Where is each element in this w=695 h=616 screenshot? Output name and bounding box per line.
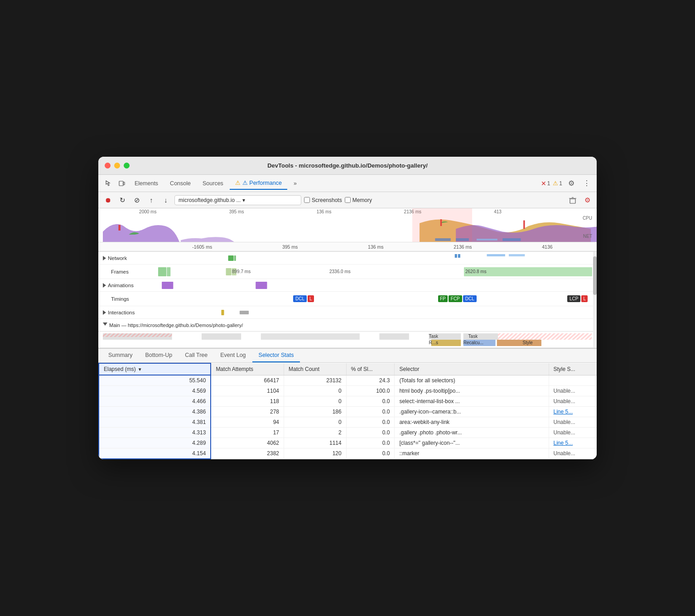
minimize-button[interactable] [114, 163, 120, 168]
pct-cell: 24.3 [346, 375, 395, 386]
tab-event-log[interactable]: Event Log [214, 349, 252, 362]
style-cell[interactable]: Line 5... [549, 407, 597, 417]
tab-bottom-up[interactable]: Bottom-Up [139, 349, 179, 362]
performance-tab-label: ⚠ Performance [242, 179, 282, 186]
svg-rect-18 [158, 267, 166, 276]
match-count-cell: 186 [284, 407, 346, 417]
screenshots-checkbox[interactable] [304, 197, 310, 203]
table-row: 4.466 118 0 0.0 select:-internal-list-bo… [99, 396, 597, 407]
tab-more[interactable]: » [288, 178, 302, 189]
svg-rect-1 [123, 182, 125, 185]
settings-gear-icon[interactable]: ⚙ [581, 194, 593, 206]
inspect-icon[interactable] [102, 177, 115, 190]
frame-time-3: 2620.8 ms [465, 269, 487, 274]
selector-cell: .gallery-icon--camera::b... [395, 407, 549, 417]
svg-rect-28 [202, 333, 241, 340]
url-dropdown-icon[interactable]: ▾ [242, 197, 245, 203]
pct-cell: 0.0 [346, 448, 395, 459]
elapsed-cell: 4.386 [99, 407, 211, 417]
dcl-badge-1: DCL [293, 295, 307, 302]
selector-cell: area:-webkit-any-link [395, 417, 549, 428]
style-cell: Unable... [549, 417, 597, 428]
main-row: Main — https://microsoftedge.github.io/D… [98, 319, 597, 332]
screenshots-toggle[interactable]: Screenshots [304, 197, 342, 203]
device-icon[interactable] [116, 177, 128, 190]
tab-selector-stats[interactable]: Selector Stats [252, 349, 300, 362]
selector-header[interactable]: Selector [395, 363, 549, 375]
stop-button[interactable]: ⊘ [131, 194, 143, 206]
net-chart [103, 238, 597, 242]
tab-call-tree[interactable]: Call Tree [179, 349, 214, 362]
record-button[interactable]: ⏺ [102, 194, 114, 206]
svg-rect-16 [487, 254, 505, 256]
style-cell: Unable... [549, 396, 597, 407]
garbage-collect-icon[interactable] [567, 194, 579, 206]
interactions-row: Interactions [98, 306, 597, 319]
pct-header[interactable]: % of Sl... [346, 363, 395, 375]
table-row: 4.154 2382 120 0.0 ::marker Unable... [99, 448, 597, 459]
task-label-1: Task [429, 334, 438, 339]
svg-rect-29 [261, 333, 360, 340]
download-button[interactable]: ↓ [160, 194, 172, 206]
maximize-button[interactable] [124, 163, 130, 168]
tab-sources[interactable]: Sources [197, 178, 229, 189]
main-tasks-row: Task Task R...s Recalcu... Style [98, 332, 597, 348]
svg-rect-0 [119, 181, 123, 186]
table-row: 4.386 278 186 0.0 .gallery-icon--camera:… [99, 407, 597, 417]
table-row: 4.289 4062 1114 0.0 [class*=" gallery-ic… [99, 438, 597, 448]
titlebar: DevTools - microsoftedge.github.io/Demos… [98, 157, 597, 175]
more-options-icon[interactable]: ⋮ [580, 177, 593, 190]
selector-cell: .gallery .photo .photo-wr... [395, 428, 549, 438]
refresh-button[interactable]: ↻ [116, 194, 128, 206]
memory-checkbox[interactable] [345, 197, 351, 203]
animations-expand-icon[interactable] [103, 283, 106, 288]
svg-rect-7 [523, 221, 525, 229]
tab-summary[interactable]: Summary [102, 349, 139, 362]
l-badge-1: L [308, 295, 314, 302]
interactions-expand-icon[interactable] [103, 310, 106, 315]
match-attempts-header[interactable]: Match Attempts [211, 363, 284, 375]
pct-cell: 0.0 [346, 407, 395, 417]
elapsed-column-header[interactable]: Elapsed (ms) ▼ [99, 363, 211, 375]
main-label: Main — https://microsoftedge.github.io/D… [109, 322, 243, 328]
svg-rect-2 [570, 199, 575, 203]
elapsed-cell: 4.289 [99, 438, 211, 448]
main-expand-icon[interactable] [103, 322, 107, 328]
match-count-cell: 0 [284, 396, 346, 407]
svg-rect-23 [162, 282, 173, 289]
upload-button[interactable]: ↑ [145, 194, 157, 206]
table-header: Elapsed (ms) ▼ Match Attempts Match Coun… [99, 363, 597, 375]
elapsed-cell: 4.381 [99, 417, 211, 428]
svg-rect-20 [226, 268, 232, 275]
settings-icon[interactable]: ⚙ [565, 177, 578, 190]
tab-elements[interactable]: Elements [129, 178, 164, 189]
pct-cell: 0.0 [346, 438, 395, 448]
time-marker-0: 2000 ms [139, 209, 156, 214]
screenshots-label: Screenshots [312, 197, 342, 203]
elapsed-cell: 4.313 [99, 428, 211, 438]
elapsed-cell: 4.154 [99, 448, 211, 459]
frame-time-2: 2336.0 ms [329, 269, 351, 274]
tab-performance[interactable]: ⚠ ⚠ Performance [230, 177, 287, 190]
network-expand-icon[interactable] [103, 256, 106, 260]
svg-rect-17 [509, 254, 525, 256]
svg-rect-25 [221, 310, 224, 315]
match-count-cell: 0 [284, 417, 346, 428]
svg-rect-34 [498, 333, 592, 340]
performance-area: 2000 ms 395 ms 136 ms 2136 ms 413 [98, 208, 597, 348]
memory-toggle[interactable]: Memory [345, 197, 372, 203]
tab-console[interactable]: Console [164, 178, 196, 189]
table-row: 4.313 17 2 0.0 .gallery .photo .photo-wr… [99, 428, 597, 438]
elapsed-cell: 55.540 [99, 375, 211, 386]
error-badge: ✕ 1 [541, 180, 550, 187]
elapsed-cell: 4.466 [99, 396, 211, 407]
traffic-lights [105, 163, 130, 168]
close-button[interactable] [105, 163, 111, 168]
svg-rect-8 [435, 238, 450, 241]
bottom-tabs: Summary Bottom-Up Call Tree Event Log Se… [98, 349, 597, 363]
animations-row: Animations [98, 279, 597, 292]
style-cell[interactable]: Line 5... [549, 438, 597, 448]
elapsed-cell: 4.569 [99, 386, 211, 396]
match-count-header[interactable]: Match Count [284, 363, 346, 375]
style-header[interactable]: Style S... [549, 363, 597, 375]
